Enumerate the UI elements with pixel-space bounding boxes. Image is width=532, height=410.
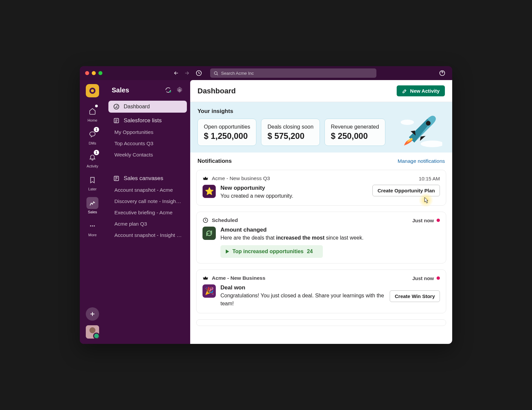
- forward-button[interactable]: [182, 68, 192, 78]
- notification-description: Here are the deals that increased the mo…: [220, 234, 440, 242]
- svg-point-9: [179, 89, 181, 91]
- rail-activity[interactable]: 1 Activity: [82, 149, 102, 170]
- svg-point-6: [92, 225, 93, 227]
- notification-description: You created a new opportunity.: [220, 192, 368, 200]
- sidebar-canvas-item[interactable]: Discovery call note - Insights lab: [108, 196, 187, 206]
- section-sales-canvases[interactable]: Sales canvases: [108, 172, 187, 184]
- avatar-image: [86, 325, 99, 339]
- workspace-switcher[interactable]: [86, 84, 99, 97]
- history-button[interactable]: [194, 68, 203, 78]
- back-button[interactable]: [172, 68, 181, 78]
- create-opportunity-plan-button[interactable]: Create Opportunity Plan: [372, 185, 440, 196]
- svg-point-8: [169, 91, 171, 93]
- refresh-icon: [205, 230, 213, 237]
- sidebar-item-top-accounts[interactable]: Top Accounts Q3: [108, 139, 187, 149]
- close-window-button[interactable]: [85, 71, 89, 75]
- app-window: Home 1 DMs 1 Activity Later Sales: [80, 66, 452, 344]
- maximize-window-button[interactable]: [98, 71, 102, 75]
- svg-point-5: [90, 225, 91, 227]
- notifications-header: Notifications Manage notifications: [190, 153, 452, 166]
- sync-button[interactable]: [164, 86, 172, 94]
- notification-title: Amount changed: [220, 227, 440, 233]
- sidebar-item-weekly-contacts[interactable]: Weekly Contacts: [108, 150, 187, 160]
- rail-later[interactable]: Later: [82, 172, 102, 193]
- rail-sales[interactable]: Sales: [82, 195, 102, 216]
- notification-channel: Acme - New Business: [212, 275, 265, 281]
- section-salesforce-lists[interactable]: Salesforce lists: [108, 114, 187, 126]
- sidebar-title: Sales: [112, 86, 129, 94]
- settings-button[interactable]: [176, 86, 184, 94]
- workspace-logo-icon: [89, 87, 96, 94]
- sync-icon: [165, 86, 172, 94]
- plus-icon: [89, 311, 95, 317]
- app-icon: [202, 227, 216, 240]
- manage-notifications-link[interactable]: Manage notifications: [398, 158, 445, 164]
- rail-label: Later: [88, 187, 96, 191]
- crown-icon: [202, 175, 208, 181]
- sidebar-canvas-item[interactable]: Account snapshot - Acme: [108, 185, 187, 195]
- insight-card-deals-closing[interactable]: Deals closing soon $ 575,200: [261, 119, 320, 146]
- rail-label: More: [88, 233, 96, 237]
- search-input[interactable]: [221, 71, 373, 76]
- insights-section: Your insights Open opportunities $ 1,250…: [190, 102, 452, 153]
- sidebar-item-my-opportunities[interactable]: My Opportunities: [108, 127, 187, 137]
- notification-card[interactable]: Acme - New Business Just now 🎉 Deal won …: [196, 269, 446, 313]
- insight-card-revenue[interactable]: Revenue generated $ 250,000: [325, 119, 385, 146]
- notification-time: 10:15 AM: [419, 176, 440, 181]
- svg-point-15: [426, 121, 431, 126]
- card-label: Deals closing soon: [267, 124, 314, 130]
- sidebar: Sales Dashboard Salesforce lists My O: [105, 80, 190, 344]
- rail-home[interactable]: Home: [82, 103, 102, 124]
- svg-point-13: [421, 141, 442, 147]
- sidebar-canvas-item[interactable]: Acme plan Q3: [108, 219, 187, 229]
- list-icon: [113, 117, 120, 124]
- card-value: $ 250,000: [331, 131, 379, 141]
- sidebar-canvas-item[interactable]: Account snapshot - Insight lab r...: [108, 230, 187, 240]
- notification-time: Just now: [412, 218, 440, 223]
- notifications-title: Notifications: [198, 158, 232, 164]
- insight-card-open-opportunities[interactable]: Open opportunities $ 1,250,000: [198, 119, 256, 146]
- card-value: $ 1,250,000: [204, 131, 250, 141]
- pill-count: 24: [307, 249, 313, 255]
- nav-dashboard[interactable]: Dashboard: [108, 101, 187, 113]
- gear-icon: [176, 87, 183, 93]
- workspace-rail: Home 1 DMs 1 Activity Later Sales: [80, 80, 105, 344]
- more-icon: [89, 222, 96, 230]
- sidebar-canvas-item[interactable]: Executive briefing - Acme: [108, 208, 187, 218]
- minimize-window-button[interactable]: [92, 71, 96, 75]
- notification-title: Deal won: [220, 284, 385, 291]
- notification-card[interactable]: Scheduled Just now Amount changed: [196, 212, 446, 263]
- card-value: $ 575,200: [267, 131, 314, 141]
- svg-point-4: [91, 89, 94, 92]
- rail-more[interactable]: More: [82, 218, 102, 239]
- clock-icon: [202, 217, 208, 223]
- svg-point-7: [94, 225, 95, 227]
- nav-label: Dashboard: [124, 104, 150, 110]
- new-activity-button[interactable]: New Activity: [397, 85, 445, 96]
- play-icon: [226, 250, 229, 254]
- pill-label: Top increased opportunities: [232, 249, 304, 255]
- notification-card[interactable]: [196, 319, 446, 326]
- sales-icon: [89, 199, 96, 207]
- notification-title: New opportunity: [220, 185, 368, 191]
- create-new-button[interactable]: [86, 307, 99, 321]
- history-nav: [172, 68, 203, 78]
- top-increased-pill[interactable]: Top increased opportunities 24: [220, 245, 323, 258]
- user-avatar[interactable]: [86, 325, 99, 339]
- notification-channel: Scheduled: [212, 217, 238, 223]
- notification-card[interactable]: Acme - New business Q3 10:15 AM ⭐ New op…: [196, 170, 446, 206]
- help-button[interactable]: [438, 68, 447, 78]
- window-controls: [85, 71, 102, 75]
- rail-dms[interactable]: 1 DMs: [82, 126, 102, 147]
- rail-label: Activity: [87, 164, 98, 168]
- dashboard-icon: [113, 103, 120, 110]
- create-win-story-button[interactable]: Create Win Story: [390, 290, 440, 302]
- notifications-list[interactable]: Acme - New business Q3 10:15 AM ⭐ New op…: [190, 166, 452, 344]
- rocket-illustration: [399, 107, 442, 147]
- search-icon: [213, 71, 218, 76]
- search-box[interactable]: [210, 68, 376, 78]
- canvas-icon: [113, 175, 120, 182]
- page-title: Dashboard: [198, 87, 236, 95]
- button-label: New Activity: [410, 88, 440, 94]
- card-label: Open opportunities: [204, 124, 250, 130]
